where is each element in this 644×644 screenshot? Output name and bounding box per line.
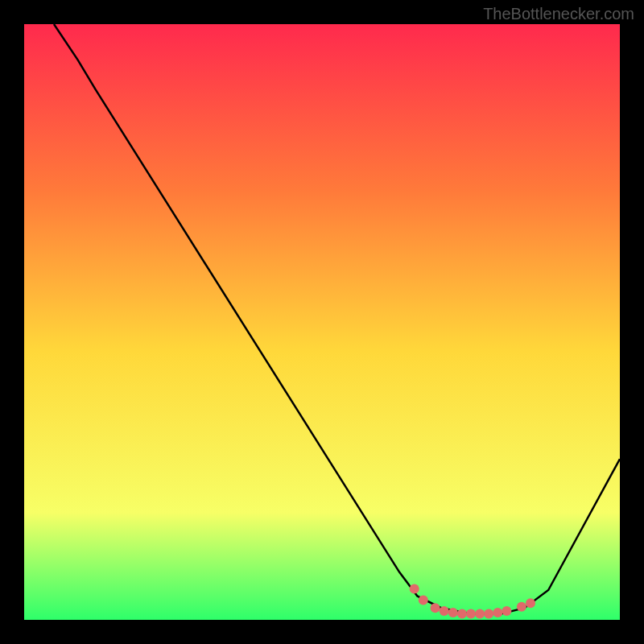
marker-dot	[484, 609, 493, 619]
watermark-text: TheBottlenecker.com	[483, 5, 634, 23]
plot-area	[24, 24, 620, 620]
marker-dot	[517, 602, 526, 612]
marker-dot	[410, 584, 419, 594]
marker-dot	[419, 596, 428, 605]
marker-dot	[440, 606, 449, 616]
marker-dot	[457, 609, 467, 619]
gradient-background	[24, 24, 620, 620]
marker-dot	[475, 609, 485, 619]
marker-dot	[431, 603, 440, 613]
chart-svg	[24, 24, 620, 620]
marker-dot	[526, 598, 535, 608]
marker-dot	[448, 608, 458, 617]
marker-dot	[493, 608, 502, 617]
marker-dot	[466, 609, 476, 619]
chart-container: TheBottlenecker.com	[0, 0, 644, 644]
marker-dot	[502, 606, 511, 616]
